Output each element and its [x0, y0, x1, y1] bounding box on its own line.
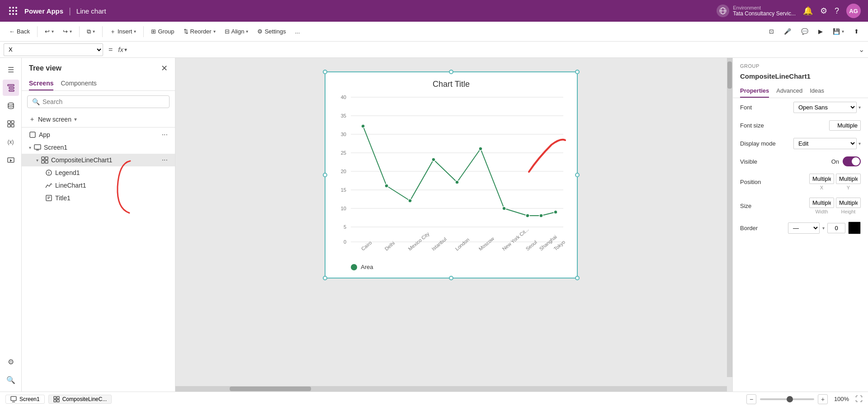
- save-button[interactable]: 💾▾: [829, 26, 848, 37]
- canvas-scrollbar-v[interactable]: [727, 58, 732, 377]
- tree-item-linechart1[interactable]: LineChart1 ···: [22, 179, 175, 192]
- notification-icon[interactable]: 🔔: [803, 6, 813, 16]
- font-select[interactable]: Open Sans: [793, 102, 857, 113]
- undo-icon: ↩: [45, 28, 50, 35]
- play-button[interactable]: ▶: [815, 26, 826, 37]
- border-color-swatch[interactable]: [848, 222, 861, 234]
- tree-item-app[interactable]: App ···: [22, 128, 175, 141]
- svg-point-56: [455, 180, 459, 184]
- tree-item-composite[interactable]: ▾ CompositeLineChart1 ···: [22, 154, 175, 166]
- variable-select[interactable]: X: [4, 43, 103, 56]
- tree-items: App ··· ▾ Screen1 ··· ▾ CompositeLineCha…: [22, 128, 175, 392]
- zoom-slider-thumb[interactable]: [787, 396, 793, 402]
- composite-more-button[interactable]: ···: [162, 156, 168, 164]
- insert-chevron-icon: ▾: [134, 29, 136, 34]
- align-button[interactable]: ⊟ Align ▾: [221, 26, 252, 37]
- tab-screens[interactable]: Screens: [29, 77, 53, 90]
- tab-ideas[interactable]: Ideas: [810, 85, 824, 98]
- group-button[interactable]: ⊞ Group: [147, 26, 178, 37]
- env-text: Environment Tata Consultancy Servic...: [733, 5, 796, 17]
- position-pair: X Y: [809, 174, 861, 190]
- svg-text:25: 25: [341, 150, 346, 156]
- insert-button[interactable]: ＋ Insert ▾: [106, 26, 140, 38]
- app-more-button[interactable]: ···: [162, 131, 168, 139]
- new-screen-button[interactable]: ＋ New screen ▾: [22, 113, 175, 126]
- chart-container[interactable]: Chart Title: [325, 71, 578, 279]
- waffle-icon[interactable]: [7, 5, 19, 17]
- sidebar-search-bottom-button[interactable]: 🔍: [3, 372, 19, 388]
- screen1-tab[interactable]: Screen1: [5, 395, 45, 404]
- preview-button[interactable]: ⊡: [765, 26, 778, 37]
- settings-gear-icon: ⚙: [257, 28, 263, 35]
- sidebar-database-button[interactable]: [3, 98, 19, 114]
- settings-button[interactable]: ⚙ Settings: [254, 26, 289, 37]
- sidebar-grid-button[interactable]: [3, 116, 19, 132]
- tree-close-button[interactable]: ✕: [161, 63, 168, 73]
- zoom-slider-track[interactable]: [760, 398, 814, 400]
- svg-rect-64: [54, 397, 56, 399]
- font-size-input[interactable]: [829, 120, 861, 131]
- screen-icon: [34, 144, 41, 151]
- app-label: App: [39, 131, 50, 138]
- back-button[interactable]: ← Back: [5, 26, 33, 37]
- publish-button[interactable]: ⬆: [850, 26, 863, 37]
- props-collapse-button[interactable]: ›: [732, 67, 733, 83]
- tab-advanced[interactable]: Advanced: [776, 85, 802, 98]
- tree-item-legend1[interactable]: Legend1 ···: [22, 166, 175, 179]
- composite-tab[interactable]: CompositeLineC...: [48, 395, 112, 404]
- tree-item-title1[interactable]: Title1 ···: [22, 192, 175, 204]
- redo-button[interactable]: ↪ ▾: [59, 26, 75, 37]
- position-y-input[interactable]: [836, 174, 861, 184]
- fullscreen-button[interactable]: ⛶: [855, 395, 863, 403]
- help-icon[interactable]: ?: [835, 6, 839, 16]
- formula-expand-icon[interactable]: ⌄: [859, 45, 864, 54]
- env-info[interactable]: Environment Tata Consultancy Servic...: [717, 5, 796, 17]
- sidebar-media-button[interactable]: [3, 152, 19, 168]
- border-width-input[interactable]: [827, 223, 845, 233]
- more-button[interactable]: ...: [291, 26, 303, 37]
- sidebar-treeview-button[interactable]: [3, 80, 19, 96]
- handle-middle-left[interactable]: [323, 173, 327, 177]
- visible-toggle[interactable]: [843, 156, 861, 166]
- tab-properties[interactable]: Properties: [740, 85, 769, 98]
- sidebar-settings-button[interactable]: ⚙: [3, 354, 19, 370]
- display-mode-select[interactable]: Edit: [793, 138, 857, 149]
- border-style-select[interactable]: —: [788, 222, 820, 234]
- sidebar-variable-button[interactable]: (x): [3, 134, 19, 150]
- formula-input[interactable]: [131, 43, 855, 56]
- undo-button[interactable]: ↩ ▾: [41, 26, 57, 37]
- handle-top-right[interactable]: [575, 70, 580, 74]
- tab-components[interactable]: Components: [61, 77, 96, 90]
- search-input[interactable]: [42, 98, 165, 105]
- handle-middle-right[interactable]: [575, 173, 580, 177]
- position-y-col: Y: [836, 174, 861, 190]
- scrollbar-v-thumb[interactable]: [727, 61, 732, 89]
- mic-button[interactable]: 🎤: [780, 26, 795, 37]
- handle-bottom-right[interactable]: [575, 276, 580, 280]
- zoom-in-button[interactable]: +: [818, 394, 828, 404]
- gear-icon[interactable]: ⚙: [820, 6, 827, 16]
- search-icon: 🔍: [32, 98, 40, 105]
- size-width-input[interactable]: [809, 198, 834, 208]
- font-row: Font Open Sans ▾: [733, 98, 868, 117]
- new-screen-plus-icon: ＋: [29, 115, 35, 123]
- reorder-chevron-icon: ▾: [213, 29, 216, 34]
- copy-button[interactable]: ⧉ ▾: [83, 26, 99, 37]
- size-height-input[interactable]: [836, 198, 861, 208]
- handle-top-center[interactable]: [449, 70, 453, 74]
- legend1-label: Legend1: [55, 169, 80, 176]
- sidebar-menu-button[interactable]: ☰: [3, 61, 19, 78]
- handle-top-left[interactable]: [323, 70, 327, 74]
- position-x-input[interactable]: [809, 174, 834, 184]
- screen1-label: Screen1: [44, 144, 67, 151]
- reorder-button[interactable]: ⇅ Reorder ▾: [180, 26, 219, 37]
- user-avatar[interactable]: AG: [846, 4, 861, 18]
- handle-bottom-left[interactable]: [323, 276, 327, 280]
- tree-item-screen1[interactable]: ▾ Screen1 ···: [22, 141, 175, 154]
- legend-label: Area: [361, 264, 373, 270]
- zoom-out-button[interactable]: −: [746, 394, 756, 404]
- border-label: Border: [740, 225, 776, 231]
- handle-bottom-center[interactable]: [449, 276, 453, 280]
- fx-dropdown-icon[interactable]: ▾: [124, 47, 127, 53]
- comment-button[interactable]: 💬: [797, 26, 812, 37]
